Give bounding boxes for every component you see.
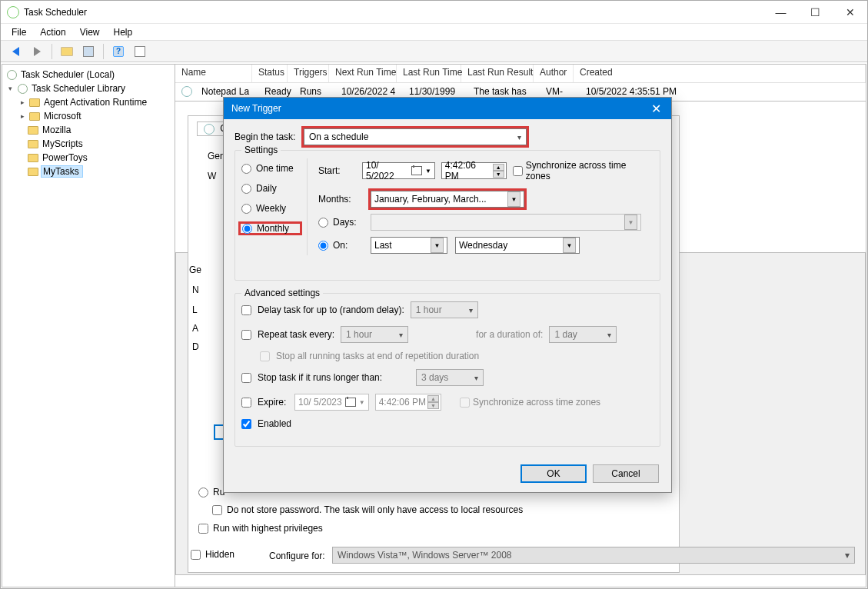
menu-help[interactable]: Help [108, 25, 139, 39]
chevron-down-icon: ▾ [517, 133, 521, 141]
library-icon [18, 84, 28, 94]
spin-down-icon[interactable]: ▼ [493, 171, 504, 178]
freq-weekly[interactable]: Weekly [241, 201, 302, 215]
menu-view[interactable]: View [74, 25, 106, 39]
advanced-title: Advanced settings [241, 288, 323, 298]
up-folder-button[interactable] [58, 43, 75, 60]
col-author[interactable]: Author [534, 65, 574, 82]
bg-a: A [192, 323, 198, 334]
expire-sync-checkbox: Synchronize across time zones [460, 397, 600, 408]
titlebar: Task Scheduler — ☐ ✕ [1, 1, 867, 24]
stop-if-checkbox[interactable] [241, 373, 251, 383]
ok-button[interactable]: OK [520, 464, 587, 483]
days-select[interactable]: ▼ [371, 214, 641, 231]
configure-for-label: Configure for: [269, 551, 325, 561]
run-only-radio[interactable]: Ru [198, 487, 224, 497]
col-result[interactable]: Last Run Result [461, 65, 534, 82]
expire-label: Expire: [258, 397, 288, 408]
forward-button[interactable] [28, 43, 45, 60]
run-highest-checkbox[interactable]: Run with highest privileges [198, 523, 323, 534]
menu-action[interactable]: Action [34, 25, 72, 39]
stop-if-select[interactable]: 3 days▾ [416, 369, 484, 386]
start-date-input[interactable]: 10/ 5/2022 ▼ [362, 162, 435, 179]
show-pane-button[interactable] [131, 43, 148, 60]
col-name[interactable]: Name [175, 65, 252, 82]
app-icon [7, 6, 19, 18]
sync-tz-checkbox[interactable]: Synchronize across time zones [513, 160, 650, 181]
expand-icon[interactable]: ▸ [18, 112, 27, 120]
expand-icon[interactable]: ▸ [18, 98, 27, 106]
dialog-titlebar: New Trigger ✕ [224, 98, 671, 119]
days-radio[interactable]: Days: [318, 215, 364, 229]
folder-icon [28, 168, 38, 176]
bg-n: N [192, 285, 199, 295]
settings-title: Settings [241, 145, 281, 155]
minimize-button[interactable]: — [763, 1, 798, 23]
tree-root[interactable]: Task Scheduler (Local) [2, 68, 175, 82]
dropdown-icon: ▼ [507, 191, 520, 207]
delay-select[interactable]: 1 hour▾ [411, 301, 478, 318]
tree-item-powertoys[interactable]: PowerToys [2, 151, 175, 165]
tree-panel: Task Scheduler (Local) ▾ Task Scheduler … [2, 64, 175, 587]
tree-item-agent[interactable]: ▸ Agent Activation Runtime [2, 95, 175, 109]
tree-item-myscripts[interactable]: MyScripts [2, 137, 175, 151]
menu-file[interactable]: File [5, 25, 32, 39]
folder-icon [28, 140, 38, 148]
hidden-checkbox[interactable]: Hidden [191, 549, 234, 560]
help-button[interactable]: ? [110, 43, 127, 60]
months-select[interactable]: January, February, March... ▼ [371, 191, 524, 208]
duration-select[interactable]: 1 day▾ [549, 326, 617, 343]
calendar-icon [411, 166, 422, 175]
start-time-input[interactable]: 4:42:06 PM ▲▼ [441, 162, 507, 179]
col-triggers[interactable]: Triggers [288, 65, 329, 82]
collapse-icon[interactable]: ▾ [5, 85, 15, 92]
expire-checkbox[interactable] [241, 398, 251, 408]
enabled-checkbox[interactable] [241, 419, 251, 429]
menubar: File Action View Help [1, 24, 867, 41]
new-trigger-dialog: New Trigger ✕ Begin the task: On a sched… [223, 97, 672, 493]
window-controls: — ☐ ✕ [763, 1, 867, 23]
close-button[interactable]: ✕ [833, 1, 867, 23]
delay-checkbox[interactable] [241, 305, 251, 315]
back-button[interactable] [7, 43, 24, 60]
stop-if-label: Stop task if it runs longer than: [258, 372, 410, 383]
start-label: Start: [318, 165, 356, 176]
on-day-select[interactable]: Wednesday▼ [455, 237, 580, 254]
advanced-group: Advanced settings Delay task for up to (… [234, 293, 660, 447]
bg-d: D [192, 341, 199, 352]
on-week-select[interactable]: Last▼ [371, 237, 447, 254]
bg-ge: Ge [189, 265, 201, 275]
col-created[interactable]: Created [574, 65, 866, 82]
task-columns: Name Status Triggers Next Run Time Last … [175, 65, 866, 83]
stop-all-label: Stop all running tasks at end of repetit… [276, 351, 479, 361]
dialog-close-button[interactable]: ✕ [640, 98, 671, 119]
no-store-password-checkbox[interactable]: Do not store password. The task will onl… [212, 504, 523, 515]
repeat-label: Repeat task every: [258, 329, 334, 340]
tree-item-mytasks[interactable]: MyTasks [2, 165, 175, 178]
expire-date-input[interactable]: 10/ 5/2023 ▼ [294, 394, 369, 411]
col-status[interactable]: Status [252, 65, 288, 82]
frequency-column: One time Daily Weekly Monthly [241, 158, 308, 255]
repeat-checkbox[interactable] [241, 330, 251, 340]
tree-item-mozilla[interactable]: Mozilla [2, 123, 175, 137]
maximize-button[interactable]: ☐ [798, 1, 833, 23]
begin-task-select[interactable]: On a schedule ▾ [304, 128, 527, 145]
freq-monthly[interactable]: Monthly [238, 221, 302, 235]
repeat-select[interactable]: 1 hour▾ [341, 326, 408, 343]
on-radio[interactable]: On: [318, 238, 364, 252]
cancel-button[interactable]: Cancel [593, 464, 659, 483]
freq-daily[interactable]: Daily [241, 181, 302, 195]
col-next[interactable]: Next Run Time [329, 65, 397, 82]
expire-time-input[interactable]: 4:42:06 PM ▲▼ [375, 394, 441, 411]
folder-icon [28, 154, 38, 162]
col-last[interactable]: Last Run Time [397, 65, 461, 82]
freq-onetime[interactable]: One time [241, 161, 302, 175]
tree-item-microsoft[interactable]: ▸ Microsoft [2, 109, 175, 123]
properties-button[interactable] [80, 43, 97, 60]
configure-for-select[interactable]: Windows Vista™, Windows Server™ 2008 [332, 547, 855, 564]
toolbar: ? [1, 41, 867, 62]
stop-all-checkbox [260, 351, 270, 361]
dialog-title: New Trigger [231, 103, 640, 114]
tree-library[interactable]: ▾ Task Scheduler Library [2, 82, 175, 95]
spin-up-icon[interactable]: ▲ [493, 164, 504, 171]
